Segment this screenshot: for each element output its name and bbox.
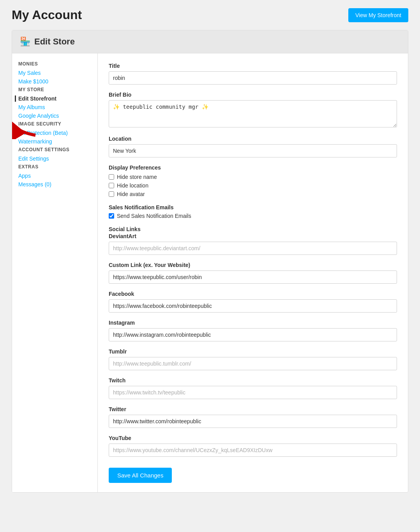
card-body: MONIES My Sales Make $1000 MY STORE Edit… bbox=[12, 53, 408, 492]
location-label: Location bbox=[109, 136, 397, 142]
sidebar-section-title-account-settings: ACCOUNT SETTINGS bbox=[18, 147, 91, 152]
instagram-label: Instagram bbox=[109, 320, 397, 326]
tumblr-input[interactable] bbox=[109, 357, 397, 370]
twitch-field-group: Twitch bbox=[109, 377, 397, 399]
sidebar-item-edit-settings[interactable]: Edit Settings bbox=[18, 156, 91, 162]
brief-bio-field-group: Brief Bio ✨ teepublic community mgr ✨ bbox=[109, 92, 397, 129]
sidebar-item-messages[interactable]: Messages (0) bbox=[18, 181, 91, 187]
tumblr-label: Tumblr bbox=[109, 348, 397, 355]
youtube-field-group: YouTube bbox=[109, 435, 397, 457]
twitch-label: Twitch bbox=[109, 377, 397, 384]
custom-link-label: Custom Link (ex. Your Website) bbox=[109, 262, 397, 268]
sidebar-item-google-analytics[interactable]: Google Analytics bbox=[18, 113, 91, 119]
custom-link-input[interactable] bbox=[109, 270, 397, 284]
sidebar-item-edit-storefront[interactable]: Edit Storefront bbox=[15, 95, 91, 102]
sidebar-item-apps[interactable]: Apps bbox=[18, 173, 91, 179]
deviantart-label: DeviantArt bbox=[109, 233, 397, 239]
display-preferences-group: Display Preferences Hide store name Hide… bbox=[109, 164, 397, 197]
social-links-group: Social Links DeviantArt bbox=[109, 226, 397, 255]
instagram-field-group: Instagram bbox=[109, 320, 397, 341]
sidebar-item-watermarking[interactable]: Watermarking bbox=[18, 138, 91, 145]
store-icon: 🏪 bbox=[20, 37, 30, 47]
sidebar: MONIES My Sales Make $1000 MY STORE Edit… bbox=[12, 53, 98, 492]
twitter-label: Twitter bbox=[109, 406, 397, 412]
twitch-input[interactable] bbox=[109, 386, 397, 399]
card-header-title: Edit Store bbox=[34, 37, 75, 47]
card-header: 🏪 Edit Store bbox=[12, 30, 408, 53]
content-area: Title Brief Bio ✨ teepublic community mg… bbox=[98, 53, 408, 492]
sales-notif-title: Sales Notification Emails bbox=[109, 204, 397, 210]
tumblr-field-group: Tumblr bbox=[109, 348, 397, 370]
twitter-input[interactable] bbox=[109, 415, 397, 428]
display-prefs-title: Display Preferences bbox=[109, 164, 397, 171]
deviantart-input[interactable] bbox=[109, 242, 397, 255]
hide-store-name-checkbox[interactable] bbox=[109, 174, 114, 180]
facebook-label: Facebook bbox=[109, 291, 397, 297]
sidebar-section-account-settings: ACCOUNT SETTINGS Edit Settings bbox=[18, 147, 91, 162]
title-label: Title bbox=[109, 63, 397, 69]
send-sales-notif-row: Send Sales Notification Emails bbox=[109, 213, 397, 219]
location-input[interactable] bbox=[109, 144, 397, 157]
sidebar-section-extras: EXTRAS Apps Messages (0) bbox=[18, 164, 91, 187]
sidebar-section-title-image-security: IMAGE SECURITY bbox=[18, 121, 91, 127]
facebook-input[interactable] bbox=[109, 299, 397, 313]
page-title: My Account bbox=[12, 8, 82, 22]
instagram-input[interactable] bbox=[109, 328, 397, 341]
hide-location-label: Hide location bbox=[117, 182, 148, 189]
hide-avatar-row: Hide avatar bbox=[109, 191, 397, 197]
title-input[interactable] bbox=[109, 71, 397, 85]
page-header: My Account View My Storefront bbox=[12, 8, 408, 22]
sidebar-section-image-security: IMAGE SECURITY Art Protection (Beta) Wat… bbox=[18, 121, 91, 145]
youtube-label: YouTube bbox=[109, 435, 397, 441]
youtube-input[interactable] bbox=[109, 444, 397, 457]
view-storefront-button[interactable]: View My Storefront bbox=[348, 8, 408, 22]
sales-notif-group: Sales Notification Emails Send Sales Not… bbox=[109, 204, 397, 219]
location-field-group: Location bbox=[109, 136, 397, 157]
sidebar-section-title-monies: MONIES bbox=[18, 61, 91, 67]
sidebar-section-title-extras: EXTRAS bbox=[18, 164, 91, 170]
send-sales-notif-label: Send Sales Notification Emails bbox=[117, 213, 191, 219]
twitter-field-group: Twitter bbox=[109, 406, 397, 428]
hide-avatar-checkbox[interactable] bbox=[109, 191, 114, 197]
sidebar-section-monies: MONIES My Sales Make $1000 bbox=[18, 61, 91, 85]
main-card: 🏪 Edit Store MONIES bbox=[12, 30, 408, 493]
brief-bio-textarea[interactable]: ✨ teepublic community mgr ✨ bbox=[109, 100, 397, 127]
hide-avatar-label: Hide avatar bbox=[117, 191, 145, 197]
sidebar-item-make-1000[interactable]: Make $1000 bbox=[18, 78, 91, 85]
hide-location-row: Hide location bbox=[109, 182, 397, 189]
sidebar-section-my-store: MY STORE Edit Storefront My Albums Googl… bbox=[18, 87, 91, 119]
facebook-field-group: Facebook bbox=[109, 291, 397, 313]
social-links-title: Social Links bbox=[109, 226, 397, 232]
title-field-group: Title bbox=[109, 63, 397, 85]
sidebar-section-title-my-store: MY STORE bbox=[18, 87, 91, 92]
save-all-changes-button[interactable]: Save All Changes bbox=[109, 468, 172, 483]
sidebar-item-my-sales[interactable]: My Sales bbox=[18, 70, 91, 76]
brief-bio-label: Brief Bio bbox=[109, 92, 397, 98]
hide-location-checkbox[interactable] bbox=[109, 183, 114, 188]
hide-store-name-row: Hide store name bbox=[109, 174, 397, 180]
sidebar-item-my-albums[interactable]: My Albums bbox=[18, 104, 91, 110]
custom-link-field-group: Custom Link (ex. Your Website) bbox=[109, 262, 397, 284]
send-sales-notif-checkbox[interactable] bbox=[109, 213, 114, 219]
sidebar-item-art-protection[interactable]: Art Protection (Beta) bbox=[18, 130, 91, 136]
hide-store-name-label: Hide store name bbox=[117, 174, 157, 180]
